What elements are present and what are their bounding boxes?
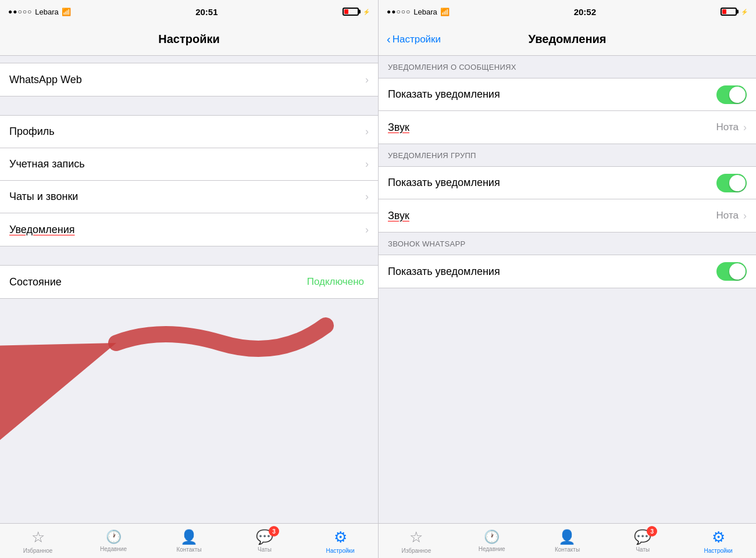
status-left-r: ●●○○○ Lebara 📶 bbox=[387, 8, 450, 16]
left-nav-title: Настройки bbox=[158, 33, 220, 46]
tab-favorites[interactable]: ☆ Избранное bbox=[0, 528, 76, 554]
chats-calls-label: Чаты и звонки bbox=[9, 191, 365, 203]
carrier-label-r: Lebara bbox=[413, 8, 437, 16]
group-notif-header: УВЕДОМЛЕНИЯ ГРУПП bbox=[379, 144, 756, 166]
msg-show-label: Показать уведомления bbox=[388, 88, 716, 101]
tab-chats-r[interactable]: 💬 3 Чаты bbox=[605, 529, 680, 553]
wifi-icon: 📶 bbox=[62, 8, 71, 16]
msg-notif-header: УВЕДОМЛЕНИЯ О СООБЩЕНИЯХ bbox=[379, 56, 756, 78]
msg-show-notif-item[interactable]: Показать уведомления bbox=[379, 78, 756, 111]
group-show-notif-item[interactable]: Показать уведомления bbox=[379, 167, 756, 199]
notifications-label: Уведомления bbox=[9, 224, 365, 236]
right-status-bar: ●●○○○ Lebara 📶 20:52 ⚡ bbox=[379, 0, 756, 23]
call-notif-header: ЗВОНОК WHATSAPP bbox=[379, 233, 756, 255]
chevron-icon: › bbox=[365, 158, 369, 170]
contacts-label-r: Контакты bbox=[555, 546, 580, 553]
group-show-label: Показать уведомления bbox=[388, 177, 716, 189]
group-show-toggle[interactable] bbox=[716, 174, 747, 192]
recents-label: Недавние bbox=[100, 546, 127, 552]
call-show-notif-item[interactable]: Показать уведомления bbox=[379, 255, 756, 288]
right-panel: ●●○○○ Lebara 📶 20:52 ⚡ ‹ Настройки Уведо… bbox=[378, 0, 756, 558]
notifications-item[interactable]: Уведомления › bbox=[0, 213, 378, 246]
tab-recents[interactable]: 🕐 Недавние bbox=[76, 530, 151, 552]
favorites-icon: ☆ bbox=[31, 528, 45, 546]
back-label: Настройки bbox=[393, 34, 441, 45]
account-label: Учетная запись bbox=[9, 158, 365, 170]
profile-label: Профиль bbox=[9, 126, 365, 138]
tab-contacts[interactable]: 👤 Контакты bbox=[151, 529, 227, 553]
chats-badge: 3 bbox=[269, 526, 279, 536]
recents-label-r: Недавние bbox=[479, 546, 505, 552]
left-status-bar: ●●○○○ Lebara 📶 20:51 ⚡ bbox=[0, 0, 378, 23]
wifi-icon-r: 📶 bbox=[440, 8, 450, 16]
chats-badge-wrap-r: 💬 3 bbox=[634, 529, 651, 545]
tab-settings-r[interactable]: ⚙ Настройки bbox=[680, 528, 756, 554]
account-item[interactable]: Учетная запись › bbox=[0, 148, 378, 181]
battery-icon-r bbox=[721, 8, 737, 16]
favorites-label: Избранное bbox=[23, 548, 53, 554]
group-sound-value: Нота bbox=[716, 210, 739, 221]
recents-icon: 🕐 bbox=[106, 530, 122, 545]
chats-badge-r: 3 bbox=[647, 526, 657, 536]
msg-sound-item[interactable]: Звук Нота › bbox=[379, 111, 756, 144]
group-sound-item[interactable]: Звук Нота › bbox=[379, 199, 756, 232]
charging-icon: ⚡ bbox=[363, 9, 370, 15]
tab-recents-r[interactable]: 🕐 Недавние bbox=[454, 530, 530, 552]
favorites-icon-r: ☆ bbox=[409, 528, 423, 546]
settings-label-r: Настройки bbox=[704, 548, 733, 554]
chats-label: Чаты bbox=[258, 546, 272, 553]
call-show-toggle[interactable] bbox=[716, 262, 747, 281]
chevron-icon: › bbox=[365, 126, 369, 138]
contacts-label: Контакты bbox=[176, 546, 201, 553]
signal-icon: ●●○○○ bbox=[8, 8, 32, 16]
contacts-icon-r: 👤 bbox=[558, 529, 576, 545]
call-show-label: Показать уведомления bbox=[388, 266, 716, 278]
favorites-label-r: Избранное bbox=[402, 548, 432, 554]
chats-calls-item[interactable]: Чаты и звонки › bbox=[0, 181, 378, 213]
tab-contacts-r[interactable]: 👤 Контакты bbox=[530, 529, 605, 553]
settings-icon: ⚙ bbox=[334, 528, 347, 546]
chevron-icon: › bbox=[365, 74, 369, 86]
left-time: 20:51 bbox=[195, 7, 217, 17]
chevron-icon: › bbox=[365, 224, 369, 236]
group-sound-label: Звук bbox=[388, 210, 716, 222]
status-section: Состояние Подключено bbox=[0, 265, 378, 299]
status-value: Подключено bbox=[307, 276, 364, 288]
charging-icon-r: ⚡ bbox=[741, 9, 748, 15]
whatsapp-web-item[interactable]: WhatsApp Web › bbox=[0, 63, 378, 96]
right-nav-bar: ‹ Настройки Уведомления bbox=[379, 23, 756, 56]
group-notif-list: Показать уведомления Звук Нота › bbox=[379, 166, 756, 233]
settings-icon-r: ⚙ bbox=[712, 528, 725, 546]
chats-label-r: Чаты bbox=[636, 546, 650, 553]
chevron-icon: › bbox=[365, 191, 369, 203]
right-tab-bar: ☆ Избранное 🕐 Недавние 👤 Контакты 💬 3 Ча… bbox=[379, 523, 756, 558]
chats-badge-wrap: 💬 3 bbox=[256, 529, 273, 545]
status-item: Состояние Подключено bbox=[0, 266, 378, 298]
tab-settings[interactable]: ⚙ Настройки bbox=[302, 528, 378, 554]
status-label: Состояние bbox=[9, 276, 307, 288]
msg-notif-list: Показать уведомления Звук Нота › bbox=[379, 78, 756, 144]
chevron-icon: › bbox=[743, 121, 747, 134]
left-nav-bar: Настройки bbox=[0, 23, 378, 56]
contacts-icon: 👤 bbox=[180, 529, 198, 545]
tab-chats[interactable]: 💬 3 Чаты bbox=[227, 529, 302, 553]
back-chevron-icon: ‹ bbox=[387, 33, 391, 46]
right-nav-title: Уведомления bbox=[529, 33, 607, 46]
profile-item[interactable]: Профиль › bbox=[0, 116, 378, 148]
msg-show-toggle[interactable] bbox=[716, 85, 747, 104]
recents-icon-r: 🕐 bbox=[484, 530, 500, 545]
call-notif-list: Показать уведомления bbox=[379, 255, 756, 288]
battery-icon bbox=[343, 8, 359, 16]
carrier-label: Lebara bbox=[35, 8, 58, 16]
chevron-icon: › bbox=[743, 210, 747, 222]
main-settings-section: Профиль › Учетная запись › Чаты и звонки… bbox=[0, 115, 378, 246]
tab-favorites-r[interactable]: ☆ Избранное bbox=[379, 528, 454, 554]
right-time: 20:52 bbox=[574, 7, 596, 17]
settings-label: Настройки bbox=[326, 548, 354, 554]
left-tab-bar: ☆ Избранное 🕐 Недавние 👤 Контакты 💬 3 Ча… bbox=[0, 523, 378, 558]
whatsapp-web-section: WhatsApp Web › bbox=[0, 63, 378, 96]
msg-sound-label: Звук bbox=[388, 121, 716, 134]
whatsapp-web-label: WhatsApp Web bbox=[9, 74, 365, 86]
back-button[interactable]: ‹ Настройки bbox=[387, 33, 441, 46]
status-right: ⚡ bbox=[343, 8, 370, 16]
